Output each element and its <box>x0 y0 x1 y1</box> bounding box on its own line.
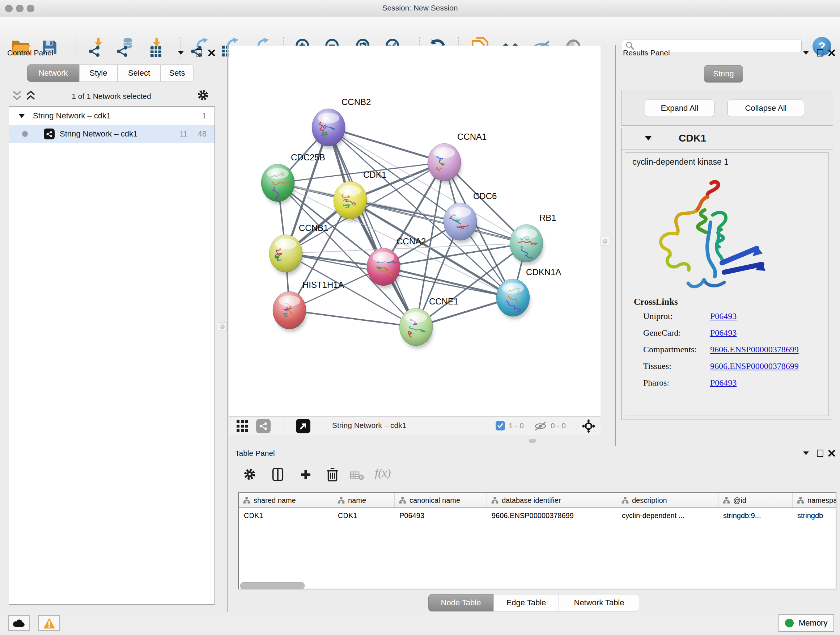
results-panel-close-icon[interactable] <box>829 50 835 56</box>
node-ccna2: CCNA2 <box>367 236 426 288</box>
node-label: CDK1 <box>363 170 386 180</box>
function-builder-button[interactable]: f(x) <box>375 466 391 480</box>
node-gloss <box>339 185 361 196</box>
tab-network[interactable]: Network <box>27 65 79 82</box>
left-splitter[interactable] <box>227 45 228 612</box>
gene-details: cyclin-dependent kinase 1 <box>625 152 829 416</box>
node-gloss <box>449 207 471 218</box>
crosslink-link[interactable]: P06493 <box>710 378 737 388</box>
show-columns-icon[interactable] <box>272 468 284 481</box>
tab-network-table[interactable]: Network Table <box>559 594 639 611</box>
memory-button[interactable]: Memory <box>778 614 834 632</box>
selected-checkbox[interactable] <box>496 421 505 431</box>
column-header-description[interactable]: description <box>617 493 718 508</box>
right-splitter[interactable] <box>615 45 616 446</box>
table-panel-close-icon[interactable] <box>829 450 835 456</box>
node-label: CDC25B <box>291 152 325 162</box>
tab-string[interactable]: String <box>704 65 743 82</box>
table-panel-float-icon[interactable] <box>817 450 823 457</box>
tab-node-table[interactable]: Node Table <box>428 594 493 611</box>
crosslink-link[interactable]: 9606.ENSP00000378699 <box>710 361 799 371</box>
table-row[interactable]: CDK1CDK1P064939606.ENSP00000378699cyclin… <box>239 508 836 523</box>
grid-view-icon[interactable] <box>237 420 248 432</box>
results-panel-float-icon[interactable] <box>817 49 823 57</box>
column-tree-icon <box>797 497 804 504</box>
string-network-icon <box>44 128 55 139</box>
cell-database-identifier[interactable]: 9606.ENSP00000378699 <box>486 511 617 520</box>
column-header-name[interactable]: name <box>333 493 394 508</box>
expand-all-button[interactable]: Expand All <box>645 100 714 117</box>
memory-status-dot <box>785 619 794 627</box>
add-column-icon[interactable] <box>300 469 311 480</box>
cell-name[interactable]: CDK1 <box>333 511 394 520</box>
network-options-gear-icon[interactable] <box>197 89 209 101</box>
cell-namespace[interactable]: stringdb <box>792 511 836 520</box>
open-in-new-window-icon[interactable] <box>296 419 310 433</box>
node-gloss <box>279 295 300 306</box>
node-gloss <box>502 283 524 294</box>
network-canvas[interactable]: CCNB2CCNA1CDC25BCDK1CDC6RB1CCNB1CCNA2CDK… <box>229 46 600 416</box>
import-network-file-button[interactable] <box>87 37 108 58</box>
network-selection-status: 1 of 1 Network selected <box>9 92 214 101</box>
network-row-selected[interactable]: String Network – cdk1 11 48 <box>9 125 215 143</box>
tab-edge-table[interactable]: Edge Table <box>493 594 559 611</box>
node-label: CCNB1 <box>299 223 328 233</box>
node-label: RB1 <box>539 213 556 223</box>
import-table-button[interactable] <box>146 37 167 58</box>
cell-description[interactable]: cyclin-dependent ... <box>617 511 718 520</box>
control-panel-collapse-icon[interactable] <box>178 51 184 55</box>
cloud-status-button[interactable] <box>8 615 30 631</box>
table-panel-tabs: Node TableEdge TableNetwork Table <box>428 594 639 611</box>
tree-expand-caret-icon[interactable] <box>19 114 25 118</box>
gene-section-header[interactable]: CDK1 <box>622 128 833 150</box>
import-network-database-button[interactable] <box>116 37 137 58</box>
control-panel-float-icon[interactable] <box>196 49 202 57</box>
left-splitter-handle[interactable] <box>218 322 226 331</box>
edge-ccnb2-ccne1[interactable] <box>328 127 416 327</box>
cell-canonical-name[interactable]: P06493 <box>394 511 486 520</box>
cloud-icon <box>13 619 25 627</box>
crosslink-label: GeneCard: <box>643 328 681 338</box>
results-panel-collapse-icon[interactable] <box>803 51 809 55</box>
column-header-namespace[interactable]: namespace <box>792 493 836 508</box>
column-header-database-identifier[interactable]: database identifier <box>486 493 617 508</box>
tab-sets[interactable]: Sets <box>161 65 194 82</box>
table-horizontal-scrollbar[interactable] <box>240 582 305 589</box>
control-panel-close-icon[interactable] <box>208 50 215 56</box>
table-settings-gear-icon[interactable] <box>243 468 256 481</box>
collapse-all-button[interactable]: Collapse All <box>728 100 804 117</box>
node-gloss <box>405 312 427 323</box>
column-header-id[interactable]: @id <box>718 493 792 508</box>
crosslink-row: GeneCard:P06493 <box>625 328 829 345</box>
cell-id[interactable]: stringdb:9... <box>718 511 792 520</box>
tab-select[interactable]: Select <box>118 65 161 82</box>
crosslinks-list: Uniprot:P06493GeneCard:P06493Compartment… <box>625 311 829 394</box>
cell-shared-name[interactable]: CDK1 <box>239 511 333 520</box>
tab-style[interactable]: Style <box>79 65 118 82</box>
crosslink-link[interactable]: P06493 <box>710 328 737 338</box>
crosslink-link[interactable]: P06493 <box>710 311 737 321</box>
network-collection-row[interactable]: String Network – cdk1 1 <box>9 107 215 125</box>
edge-ccna2-cdkn1a[interactable] <box>384 267 513 298</box>
edge-ccnb2-ccna1[interactable] <box>328 127 444 162</box>
crosslink-label: Uniprot: <box>643 311 673 321</box>
warning-icon <box>43 618 55 629</box>
crosslink-link[interactable]: 9606.ENSP00000378699 <box>710 345 799 355</box>
table-panel-collapse-icon[interactable] <box>803 451 809 455</box>
horizontal-splitter-handle[interactable] <box>529 439 536 443</box>
right-splitter-handle[interactable] <box>600 237 609 245</box>
node-label: HIST1H1A <box>302 280 344 290</box>
column-header-canonical-name[interactable]: canonical name <box>394 493 486 508</box>
results-entry-box: CDK1 cyclin-dependent kinase 1 <box>621 128 833 420</box>
control-panel-title: Control Panel <box>7 49 53 57</box>
center-view-crosshair-icon[interactable] <box>582 419 595 433</box>
edge-hist1h1a-ccne1[interactable] <box>289 310 416 327</box>
crosslink-row: Pharos:P06493 <box>625 378 829 394</box>
column-header-shared-name[interactable]: shared name <box>239 493 333 508</box>
network-type-share-icon[interactable] <box>256 419 271 433</box>
table-panel-title: Table Panel <box>235 449 275 458</box>
gene-collapse-caret-icon[interactable] <box>645 136 652 141</box>
column-tree-icon <box>622 497 629 504</box>
delete-column-icon[interactable] <box>327 468 338 481</box>
warnings-button[interactable] <box>38 615 60 631</box>
